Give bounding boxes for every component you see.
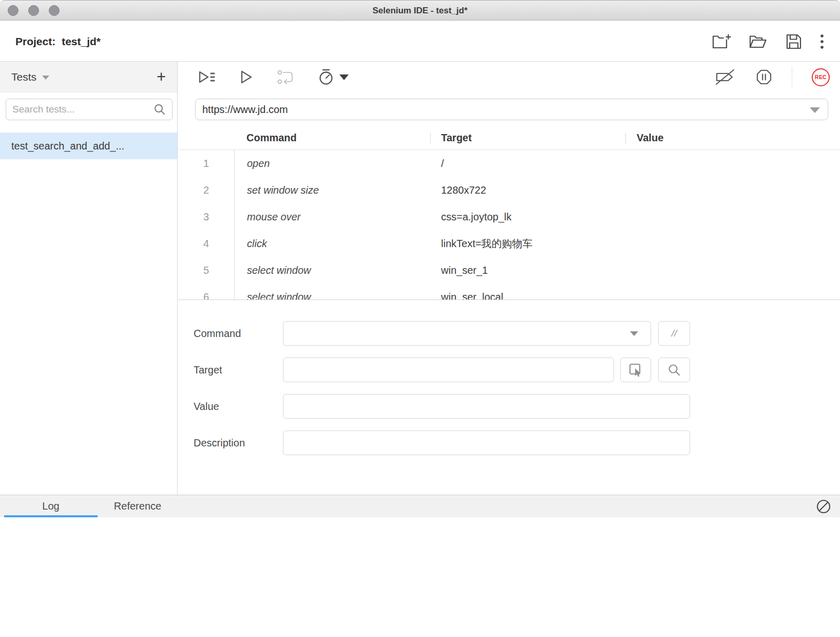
tab-reference-label: Reference	[114, 500, 161, 512]
row-target: css=a.joytop_lk	[441, 203, 511, 230]
target-field-input[interactable]	[283, 358, 614, 382]
command-table-header: Command Target Value	[178, 126, 840, 150]
row-number: 1	[178, 150, 234, 177]
tests-dropdown[interactable]: Tests	[11, 71, 36, 83]
search-icon	[667, 363, 681, 377]
test-search-box	[6, 99, 173, 120]
project-bar: Project: test_jd*	[0, 21, 840, 62]
row-number: 6	[178, 284, 234, 299]
row-number: 5	[178, 257, 234, 284]
clear-log-button[interactable]	[816, 499, 831, 514]
pause-on-exceptions-button[interactable]	[756, 69, 772, 85]
column-separator	[430, 133, 431, 143]
test-name: test_search_and_add_...	[11, 140, 124, 152]
step-over-button[interactable]	[277, 69, 294, 85]
record-button[interactable]: REC	[812, 68, 830, 86]
row-command: click	[247, 230, 267, 257]
table-row[interactable]: 6 select window win_ser_local	[178, 284, 840, 299]
table-row[interactable]: 3 mouse over css=a.joytop_lk	[178, 203, 840, 230]
search-icon	[154, 103, 166, 116]
table-row[interactable]: 1 open /	[178, 150, 840, 177]
comment-slashes-icon: //	[672, 328, 677, 339]
step-over-icon	[277, 69, 294, 85]
row-command: select window	[247, 284, 311, 299]
target-picker-icon	[628, 362, 643, 378]
base-url-bar	[195, 99, 828, 120]
open-project-button[interactable]	[749, 33, 768, 50]
tab-reference[interactable]: Reference	[98, 495, 178, 517]
close-button[interactable]	[8, 5, 18, 16]
row-target: 1280x722	[441, 177, 486, 203]
row-number: 3	[178, 203, 234, 230]
column-target: Target	[441, 126, 472, 149]
play-icon	[240, 69, 253, 85]
row-number: 2	[178, 177, 234, 203]
log-content-area	[0, 517, 840, 637]
stopwatch-icon	[318, 68, 334, 86]
row-target: linkText=我的购物车	[441, 230, 532, 257]
row-target: /	[441, 150, 444, 177]
command-dropdown-icon[interactable]	[630, 331, 638, 336]
project-label: Project:	[15, 35, 55, 48]
chevron-down-icon	[42, 76, 49, 80]
column-command: Command	[246, 126, 297, 149]
row-target: win_ser_local	[441, 284, 503, 299]
tab-log-label: Log	[42, 500, 59, 512]
rec-label: REC	[815, 74, 827, 80]
row-command: select window	[247, 257, 311, 284]
base-url-input[interactable]	[195, 99, 828, 120]
zoom-button[interactable]	[49, 5, 60, 16]
select-target-button[interactable]	[620, 358, 651, 382]
open-folder-icon	[749, 33, 768, 50]
minimize-button[interactable]	[28, 5, 39, 16]
window-titlebar: Selenium IDE - test_jd*	[0, 0, 840, 21]
project-title: Project: test_jd*	[15, 21, 101, 62]
table-row[interactable]: 2 set window size 1280x722	[178, 177, 840, 203]
value-field-input[interactable]	[283, 394, 690, 419]
toggle-comment-button[interactable]: //	[658, 321, 690, 346]
window-title: Selenium IDE - test_jd*	[0, 1, 840, 21]
pause-octagon-icon	[756, 69, 772, 85]
test-list-item[interactable]: test_search_and_add_...	[0, 133, 177, 159]
new-project-button[interactable]	[711, 33, 732, 50]
search-tests-input[interactable]	[12, 104, 154, 115]
row-target: win_ser_1	[441, 257, 488, 284]
save-icon	[785, 33, 803, 50]
command-field-input[interactable]	[283, 321, 651, 346]
playback-toolbar: REC	[178, 62, 840, 92]
tests-header: Tests +	[0, 62, 177, 92]
find-target-button[interactable]	[658, 358, 690, 382]
command-table-rows: 1 open / 2 set window size 1280x722 3 mo…	[178, 150, 840, 299]
target-field-label: Target	[194, 358, 222, 382]
tab-log[interactable]: Log	[4, 495, 98, 517]
row-number: 4	[178, 230, 234, 257]
clear-log-icon	[816, 499, 831, 514]
test-speed-control[interactable]	[318, 68, 349, 86]
row-command: open	[247, 150, 270, 177]
bottom-tab-bar: Log Reference	[0, 495, 840, 517]
url-dropdown-icon[interactable]	[810, 107, 820, 113]
description-field-input[interactable]	[283, 430, 690, 455]
window-controls	[8, 5, 60, 16]
command-field-label: Command	[194, 321, 241, 346]
toolbar-divider	[792, 67, 792, 87]
row-command: mouse over	[247, 203, 301, 230]
tests-sidebar: Tests + test_search_and_add_...	[0, 62, 178, 495]
run-current-test-button[interactable]	[240, 69, 253, 85]
breakpoint-slash-icon	[715, 68, 736, 86]
speed-dropdown-icon	[339, 74, 349, 80]
value-field-label: Value	[194, 394, 219, 419]
save-project-button[interactable]	[785, 33, 803, 50]
add-test-button[interactable]: +	[157, 69, 166, 85]
column-separator	[625, 133, 626, 143]
column-value: Value	[637, 126, 663, 149]
command-edit-form: Command // Target	[178, 299, 840, 495]
project-more-button[interactable]	[819, 34, 825, 49]
table-row[interactable]: 4 click linkText=我的购物车	[178, 230, 840, 257]
table-row[interactable]: 5 select window win_ser_1	[178, 257, 840, 284]
folder-plus-icon	[711, 33, 732, 50]
main-panel: REC Command Target Value 1 open / 2 set …	[178, 62, 840, 495]
run-all-tests-button[interactable]	[197, 68, 216, 86]
description-field-label: Description	[194, 430, 245, 455]
disable-breakpoints-button[interactable]	[715, 68, 736, 86]
